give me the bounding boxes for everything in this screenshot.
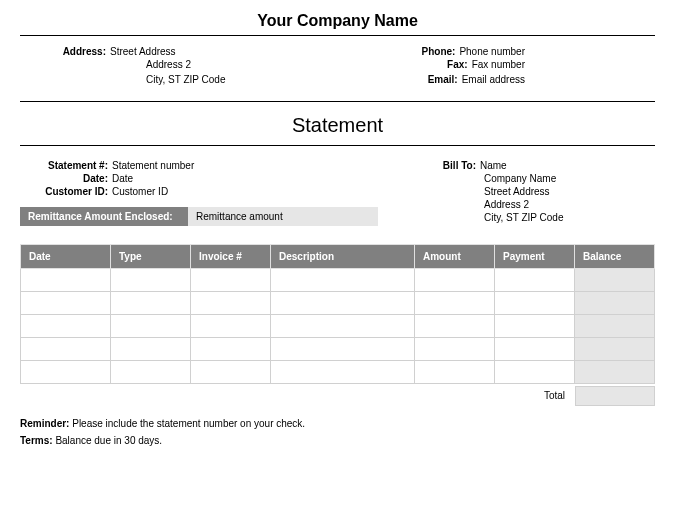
col-header-date: Date [21,245,111,269]
address-line-2: Address 2 [146,59,191,70]
col-header-type: Type [111,245,191,269]
remittance-value: Remittance amount [188,207,378,226]
terms-label: Terms: [20,435,53,446]
col-header-amount: Amount [415,245,495,269]
terms-text: Balance due in 30 days. [53,435,163,446]
email-value: Email address [462,74,525,87]
reminder-text: Please include the statement number on y… [69,418,305,429]
table-row [21,292,655,315]
table-row [21,315,655,338]
col-header-payment: Payment [495,245,575,269]
statement-number-value: Statement number [112,160,194,171]
phone-label: Phone: [413,46,459,57]
page-title: Statement [20,101,655,146]
statement-number-label: Statement #: [20,160,112,171]
col-header-balance: Balance [575,245,655,269]
bill-to-address-2: Address 2 [484,199,655,210]
remittance-label: Remittance Amount Enclosed: [20,207,188,226]
reminder-label: Reminder: [20,418,69,429]
fax-label: Fax: [426,59,472,72]
total-label: Total [534,386,575,406]
bill-to-address-3: City, ST ZIP Code [484,212,655,223]
bill-to-address-1: Street Address [484,186,655,197]
table-row [21,269,655,292]
table-row [21,338,655,361]
table-row [21,361,655,384]
address-line-1: Street Address [110,46,176,57]
terms-note: Terms: Balance due in 30 days. [20,435,655,446]
total-value [575,386,655,406]
col-header-description: Description [271,245,415,269]
company-name: Your Company Name [20,12,655,36]
bill-to-name: Name [480,160,507,171]
statement-date-label: Date: [20,173,112,184]
fax-value: Fax number [472,59,525,72]
customer-id-value: Customer ID [112,186,168,197]
address-label: Address: [52,46,110,57]
table-header-row: Date Type Invoice # Description Amount P… [21,245,655,269]
col-header-invoice: Invoice # [191,245,271,269]
email-label: Email: [416,74,462,87]
bill-to-company: Company Name [484,173,655,184]
customer-id-label: Customer ID: [20,186,112,197]
bill-to-label: Bill To: [430,160,480,171]
address-line-3: City, ST ZIP Code [146,74,225,85]
statement-table: Date Type Invoice # Description Amount P… [20,244,655,384]
reminder-note: Reminder: Please include the statement n… [20,418,655,429]
statement-date-value: Date [112,173,133,184]
phone-value: Phone number [459,46,525,57]
